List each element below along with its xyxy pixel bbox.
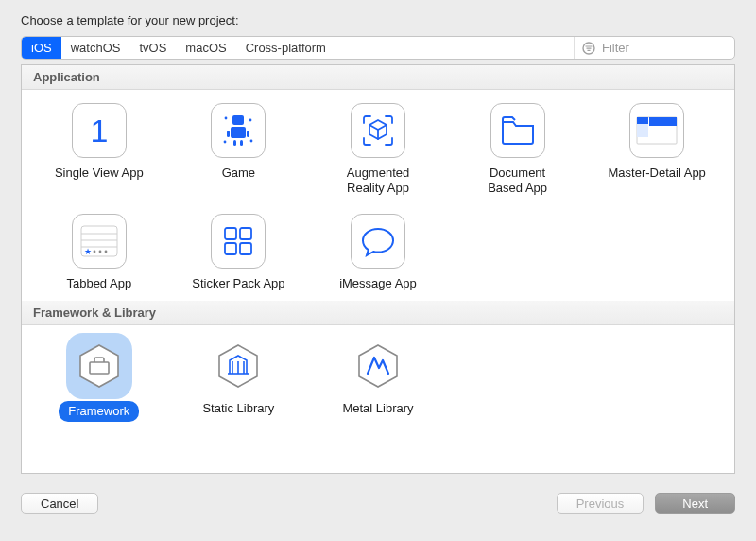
metal-library-icon [351, 339, 405, 393]
tab-ios[interactable]: iOS [22, 37, 61, 59]
template-static-library[interactable]: Static Library [169, 339, 309, 422]
template-label: Static Library [202, 401, 274, 416]
template-game[interactable]: Game [169, 103, 309, 197]
platform-tabs: iOS watchOS tvOS macOS Cross-platform [22, 37, 574, 59]
filter-icon [582, 42, 595, 55]
template-label: Framework [59, 401, 139, 422]
filter-input[interactable] [600, 40, 713, 56]
template-sticker-pack[interactable]: Sticker Pack App [169, 214, 309, 291]
master-detail-icon [629, 103, 684, 158]
document-icon [490, 103, 545, 158]
template-metal-library[interactable]: Metal Library [308, 339, 448, 422]
template-panel: Application 1 Single View App [21, 64, 735, 474]
svg-rect-30 [225, 243, 236, 254]
tab-watchos[interactable]: watchOS [61, 37, 130, 59]
template-tabbed-app[interactable]: ★ Tabbed App [29, 214, 169, 291]
section-grid-application: 1 Single View App [22, 90, 734, 301]
svg-point-14 [250, 140, 253, 143]
framework-icon [72, 339, 127, 393]
next-button[interactable]: Next [655, 493, 735, 514]
previous-button: Previous [557, 493, 644, 514]
template-label: Master-Detail App [609, 166, 706, 181]
section-header-framework: Framework & Library [22, 301, 734, 325]
template-label: Single View App [55, 166, 144, 181]
tab-tvos[interactable]: tvOS [129, 37, 176, 59]
template-label: Game [222, 166, 255, 181]
template-label: Tabbed App [66, 276, 131, 291]
tab-macos[interactable]: macOS [176, 37, 235, 59]
svg-point-13 [224, 141, 227, 144]
template-framework[interactable]: Framework [29, 339, 169, 422]
svg-text:★: ★ [84, 247, 92, 256]
svg-rect-16 [637, 117, 648, 124]
svg-point-25 [93, 250, 95, 253]
single-view-icon: 1 [72, 103, 127, 158]
template-imessage-app[interactable]: iMessage App [308, 214, 448, 291]
section-grid-framework: Framework Static Libr [22, 325, 734, 431]
tabbed-icon: ★ [72, 214, 127, 269]
arkit-icon [351, 103, 405, 158]
imessage-icon [351, 214, 405, 269]
template-label: Metal Library [342, 401, 413, 416]
svg-rect-19 [649, 117, 677, 126]
svg-point-27 [104, 250, 107, 253]
dialog-prompt: Choose a template for your new project: [21, 13, 735, 27]
svg-rect-28 [225, 228, 236, 239]
svg-rect-5 [232, 115, 244, 125]
cancel-button[interactable]: Cancel [21, 493, 98, 514]
svg-point-11 [225, 117, 228, 120]
svg-rect-7 [227, 131, 230, 137]
tab-crossplatform[interactable]: Cross-platform [236, 37, 335, 59]
svg-rect-10 [240, 140, 243, 146]
filter-box[interactable] [574, 37, 734, 59]
svg-rect-9 [233, 140, 236, 146]
game-icon [211, 103, 266, 158]
template-label: Augmented Reality App [347, 166, 410, 197]
svg-rect-29 [240, 228, 251, 239]
static-library-icon [211, 339, 266, 393]
svg-point-12 [249, 119, 252, 122]
template-ar-app[interactable]: Augmented Reality App [308, 103, 448, 197]
svg-text:1: 1 [90, 113, 108, 148]
svg-rect-31 [240, 243, 251, 254]
platform-toolbar: iOS watchOS tvOS macOS Cross-platform [21, 36, 735, 60]
template-label: Document Based App [488, 166, 547, 197]
template-document-app[interactable]: Document Based App [448, 103, 588, 197]
template-single-view-app[interactable]: 1 Single View App [29, 103, 169, 197]
svg-point-26 [98, 250, 101, 253]
template-label: Sticker Pack App [192, 276, 284, 291]
dialog-footer: Cancel Previous Next [0, 474, 756, 514]
svg-rect-18 [637, 131, 648, 137]
svg-rect-6 [231, 127, 246, 138]
template-label: iMessage App [339, 276, 417, 291]
svg-rect-8 [247, 131, 249, 137]
svg-rect-17 [637, 124, 648, 131]
section-header-application: Application [22, 65, 734, 90]
template-master-detail[interactable]: Master-Detail App [587, 103, 727, 197]
sticker-icon [211, 214, 266, 269]
